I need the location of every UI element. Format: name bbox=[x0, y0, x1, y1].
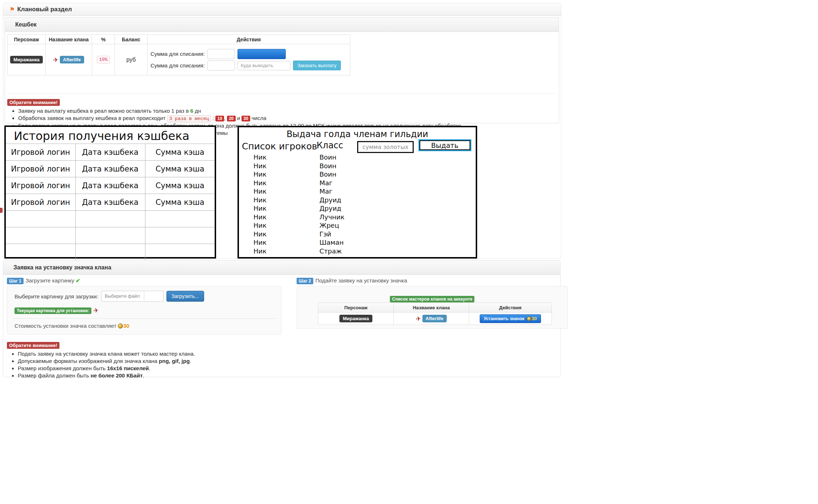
gold-box-title: Выдача голда членам гильдии bbox=[239, 129, 476, 139]
col-header-clan: Название клана bbox=[46, 35, 92, 44]
install-cost: 30 bbox=[532, 316, 537, 321]
order-payout-button[interactable]: Заказать выплату bbox=[293, 61, 341, 70]
clan-badge-panel: Заявка на установку значка клана Шаг 1За… bbox=[3, 260, 561, 377]
list-item: НикМаг bbox=[239, 187, 476, 196]
payout-action-row: Сумма для списания: Заказать выплату bbox=[150, 61, 347, 71]
upload-button[interactable]: Загрузить... bbox=[166, 291, 204, 302]
step1-label: Загрузите картинку bbox=[26, 277, 74, 284]
players-column-header: Список игроков bbox=[242, 141, 317, 152]
gold-distribution-box: Выдача голда членам гильдии Список игрок… bbox=[237, 126, 477, 259]
col-header-character: Персонаж bbox=[8, 35, 46, 44]
table-row-empty bbox=[6, 227, 215, 244]
clan-badge: Afterlife bbox=[422, 315, 447, 322]
step2-row: Шаг 2Подайте заявку на установку значка bbox=[297, 277, 407, 284]
character-badge: Миражанка bbox=[339, 315, 372, 322]
step1-badge: Шаг 1 bbox=[7, 278, 24, 284]
table-row: Игровой логин Дата кэшбека Сумма кэша bbox=[6, 144, 215, 161]
payout-amount-input[interactable] bbox=[207, 61, 235, 71]
upload-label: Выберите картинку для загрузки: bbox=[15, 293, 98, 299]
amount-label: Сумма для списания: bbox=[150, 51, 205, 57]
list-item: НикГэй bbox=[239, 230, 476, 239]
cashback-row: Миражанка ✈Afterlife 10% руб Сумма для с… bbox=[8, 44, 350, 75]
list-item: НикЛучник bbox=[239, 213, 476, 222]
flag-icon: ⚑ bbox=[10, 6, 15, 12]
gold-amount-input[interactable] bbox=[357, 141, 414, 153]
col-header-actions: Действия bbox=[469, 303, 552, 313]
amount-label: Сумма для списания: bbox=[150, 62, 205, 69]
attention-badge: Обратите внимание! bbox=[7, 342, 59, 349]
balance-value: руб bbox=[126, 57, 136, 63]
masters-list-badge: Список мастеров кланов на аккаунте bbox=[390, 296, 474, 302]
current-image-badge: Текущая картинка для установки: bbox=[15, 307, 91, 314]
payout-destination-input[interactable] bbox=[237, 61, 290, 70]
check-icon: ✔ bbox=[76, 277, 80, 284]
step1-row: Шаг 1Загрузите картинку✔ bbox=[7, 277, 80, 284]
upload-panel: Выберите картинку для загрузки: Выберите… bbox=[7, 286, 281, 335]
badge-notice: Обратите внимание! Подать заявку на уста… bbox=[7, 342, 557, 380]
coin-icon bbox=[527, 317, 531, 321]
file-input-value bbox=[144, 291, 163, 301]
file-input-label[interactable]: Выберите файл bbox=[102, 291, 144, 301]
col-header-character: Персонаж bbox=[318, 303, 394, 313]
notice-item: Размер файла должен быть не более 200 КБ… bbox=[18, 372, 557, 379]
clan-plane-icon: ✈ bbox=[93, 306, 99, 315]
day-badge: 20 bbox=[227, 116, 235, 121]
gold-box-header: Список игроков Класс Выдать bbox=[239, 140, 476, 153]
master-row: Миражанка ✈Afterlife Установить значок 3… bbox=[318, 313, 552, 325]
exchange-button[interactable] bbox=[237, 49, 286, 59]
divider bbox=[12, 318, 276, 319]
frequency-code: 3 раза в месяц bbox=[167, 115, 211, 122]
table-row: Игровой логин Дата кэшбека Сумма кэша bbox=[6, 161, 215, 177]
clan-plane-icon: ✈ bbox=[416, 315, 422, 323]
attention-badge: Обратите внимание! bbox=[7, 99, 60, 106]
file-input[interactable]: Выберите файл bbox=[101, 291, 164, 302]
notice-item: Размер изображения должен быть 16x16 пис… bbox=[18, 365, 557, 372]
notice-item: Обработка заявок на выплату кешбека в ре… bbox=[18, 115, 555, 122]
cost-row: Стоимость установки значка составляет30 bbox=[15, 323, 129, 329]
class-column-header: Класс bbox=[317, 140, 343, 150]
history-title: История получения кэшбека bbox=[6, 127, 215, 144]
current-image-row: Текущая картинка для установки: ✈ bbox=[15, 307, 100, 314]
hidden-badge-fragment bbox=[0, 208, 3, 213]
masters-table: Персонаж Название клана Действия Миражан… bbox=[318, 302, 552, 325]
exchange-action-row: Сумма для списания: bbox=[150, 49, 347, 59]
cashback-panel: Кешбек Персонаж Название клана % Баланс … bbox=[5, 17, 559, 123]
install-badge-button[interactable]: Установить значок 30 bbox=[480, 314, 541, 323]
gold-player-list: НикВоин НикВоин НикВоин НикМаг НикМаг Ни… bbox=[239, 153, 476, 256]
cashback-history-box: История получения кэшбека Игровой логин … bbox=[4, 125, 216, 259]
days-value: 6 bbox=[190, 108, 193, 114]
page-title-bar: ⚑Клановый раздел bbox=[3, 3, 561, 16]
cashback-percent: 10% bbox=[97, 56, 110, 63]
list-item: НикМаг bbox=[239, 179, 476, 188]
notice-item: Подать заявку на установку значка клана … bbox=[18, 351, 557, 357]
clan-plane-icon: ✈ bbox=[53, 56, 59, 64]
table-row-empty bbox=[6, 211, 215, 227]
list-item: НикВоин bbox=[239, 162, 476, 171]
exchange-amount-input[interactable] bbox=[207, 49, 235, 59]
col-header-percent: % bbox=[92, 35, 115, 44]
list-item: НикШаман bbox=[239, 239, 476, 247]
badge-panel-title: Заявка на установку значка клана bbox=[3, 261, 560, 275]
notice-item: Допускаемые форматы изображений для знач… bbox=[18, 358, 557, 364]
cost-label: Стоимость установки значка составляет bbox=[15, 323, 116, 329]
divider bbox=[7, 93, 557, 94]
step2-badge: Шаг 2 bbox=[297, 278, 313, 284]
file-upload-row: Выберите картинку для загрузки: Выберите… bbox=[15, 291, 204, 302]
cashback-table: Персонаж Название клана % Баланс Действи… bbox=[7, 34, 350, 75]
give-gold-button[interactable]: Выдать bbox=[420, 140, 470, 150]
clan-page: { "icons": { "flag": "⚑", "plane": "✈", … bbox=[0, 0, 818, 504]
history-table: Игровой логин Дата кэшбека Сумма кэша Иг… bbox=[6, 144, 215, 260]
step2-label: Подайте заявку на установку значка bbox=[315, 277, 407, 284]
list-item: НикСтраж bbox=[239, 247, 476, 256]
cost-value: 30 bbox=[123, 323, 129, 329]
day-badge: 10 bbox=[215, 116, 224, 121]
list-item: НикВоин bbox=[239, 170, 476, 179]
masters-panel: Список мастеров кланов на аккаунте Персо… bbox=[297, 286, 568, 329]
badge-notice-list: Подать заявку на установку значка клана … bbox=[18, 351, 557, 379]
table-row: Игровой логин Дата кэшбека Сумма кэша bbox=[6, 194, 215, 211]
col-header-balance: Баланс bbox=[115, 35, 148, 44]
page-title: Клановый раздел bbox=[17, 6, 72, 13]
character-badge: Миражанка bbox=[10, 56, 43, 63]
list-item: НикДруид bbox=[239, 196, 476, 205]
list-item: НикДруид bbox=[239, 205, 476, 213]
